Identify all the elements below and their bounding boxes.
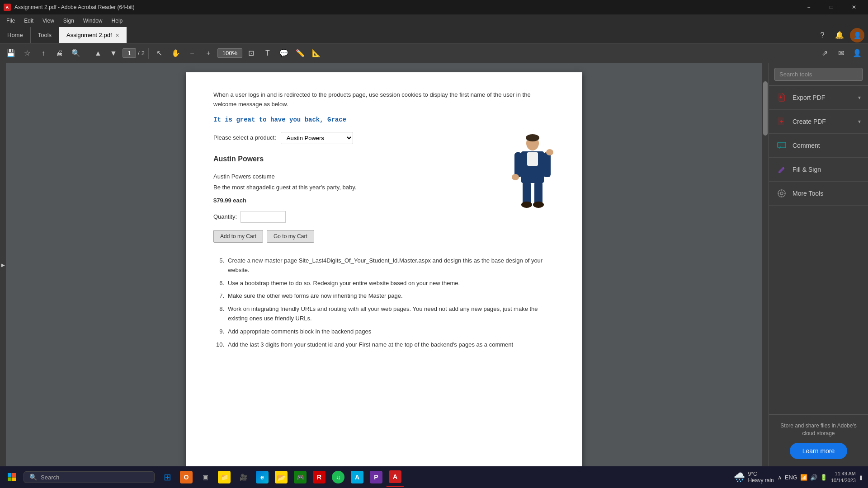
tab-active-document[interactable]: Assignment 2.pdf × <box>59 27 127 43</box>
spotify-app[interactable]: ♫ <box>329 467 347 487</box>
product-title: Austin Powers <box>213 153 555 165</box>
tab-home[interactable]: Home <box>0 27 31 43</box>
minimize-button[interactable]: − <box>798 0 819 14</box>
tab-close-button[interactable]: × <box>116 32 119 39</box>
clock-date: 10/14/2023 <box>831 477 856 484</box>
left-panel-collapse[interactable]: ▶ <box>0 63 6 466</box>
video-app[interactable]: 🎥 <box>234 467 252 487</box>
scrollbar-thumb[interactable] <box>763 81 768 136</box>
account-icon[interactable]: 👤 <box>850 46 864 61</box>
svg-point-7 <box>512 174 519 180</box>
sound-icon[interactable]: 🔊 <box>810 474 817 481</box>
start-button[interactable] <box>2 467 22 487</box>
menu-view[interactable]: View <box>38 16 59 26</box>
more-tools-icon <box>776 188 787 199</box>
comment-tool[interactable]: 💬 <box>277 46 291 61</box>
zoom-out-button[interactable]: − <box>185 46 199 61</box>
red-app[interactable]: R <box>310 467 328 487</box>
tab-tools[interactable]: Tools <box>31 27 59 43</box>
taskview-button[interactable]: ⊞ <box>158 467 176 487</box>
save-button[interactable]: 💾 <box>4 46 18 61</box>
edge-browser[interactable]: e <box>253 467 271 487</box>
zoom-in-button[interactable]: + <box>201 46 216 61</box>
expand-tray-icon[interactable]: ∧ <box>778 474 782 481</box>
svg-point-6 <box>546 149 553 155</box>
games-app[interactable]: 🎮 <box>291 467 309 487</box>
annotate-tool[interactable]: ✏️ <box>293 46 307 61</box>
taskbar-weather[interactable]: 🌧️ 9°C Heavy rain <box>734 471 774 483</box>
title-bar-controls[interactable]: − □ ✕ <box>798 0 864 14</box>
help-button[interactable]: ? <box>816 28 829 42</box>
show-desktop-icon[interactable]: ▮ <box>859 474 863 481</box>
next-page-button[interactable]: ▼ <box>106 46 121 61</box>
spotify-icon: ♫ <box>332 471 344 483</box>
menu-edit[interactable]: Edit <box>19 16 38 26</box>
taskbar-clock[interactable]: 11:49 AM 10/14/2023 <box>831 470 856 484</box>
panel-tool-fill-sign[interactable]: Fill & Sign <box>769 158 868 182</box>
svg-rect-3 <box>527 152 538 166</box>
close-button[interactable]: ✕ <box>844 0 864 14</box>
quantity-input[interactable] <box>241 211 286 223</box>
battery-icon[interactable]: 🔋 <box>820 474 827 481</box>
adobe-icon: A <box>389 470 401 483</box>
profile-button[interactable]: 👤 <box>850 28 864 42</box>
zoom-input[interactable] <box>217 48 242 58</box>
text-select-tool[interactable]: T <box>260 46 275 61</box>
blue-app[interactable]: A <box>348 467 366 487</box>
panel-tool-more-tools[interactable]: More Tools <box>769 182 868 206</box>
files-app[interactable]: 📁 <box>215 467 233 487</box>
costume-figure-svg <box>510 133 555 210</box>
panel-tool-create-pdf[interactable]: Create PDF ▾ <box>769 110 868 134</box>
menu-sign[interactable]: Sign <box>59 16 79 26</box>
list-item: 9. Add appropriate comments block in the… <box>213 327 555 337</box>
panel-tool-comment[interactable]: Comment <box>769 134 868 158</box>
taskbar-apps: ⊞ O ▣ 📁 🎥 e 📂 🎮 R <box>158 467 404 487</box>
panel-tool-create-left: Create PDF <box>776 116 826 127</box>
taskbar: 🔍 Search ⊞ O ▣ 📁 🎥 e 📂 <box>0 466 868 488</box>
go-to-cart-button[interactable]: Go to my Cart <box>267 230 314 243</box>
wifi-icon[interactable]: 📶 <box>800 474 807 481</box>
product-description-name: Austin Powers costume <box>213 172 555 182</box>
bookmark-button[interactable]: ☆ <box>20 46 34 61</box>
adobe-reader-app[interactable]: A <box>386 467 404 487</box>
files-app2[interactable]: 📂 <box>272 467 290 487</box>
page-number-input[interactable] <box>123 48 136 58</box>
taskbar-search-icon: 🔍 <box>29 474 37 481</box>
taskbar-search[interactable]: 🔍 Search <box>24 471 155 483</box>
markup-tool[interactable]: 📐 <box>309 46 324 61</box>
notification-button[interactable]: 🔔 <box>833 28 846 42</box>
menu-help[interactable]: Help <box>107 16 127 26</box>
menu-file[interactable]: File <box>2 16 19 26</box>
fit-page-button[interactable]: ⊡ <box>244 46 259 61</box>
orange-app[interactable]: O <box>177 467 195 487</box>
mail-icon[interactable]: ✉ <box>834 46 848 61</box>
restore-button[interactable]: □ <box>821 0 842 14</box>
panel-tool-export-pdf[interactable]: Export PDF ▾ <box>769 86 868 110</box>
cloud-promo-text: Store and share files in Adobe's cloud s… <box>776 422 861 437</box>
tab-right-actions: ? 🔔 👤 <box>816 27 868 43</box>
product-select-row: Please select a product: Austin Powers <box>213 132 555 144</box>
purple-app[interactable]: P <box>367 467 385 487</box>
product-select-dropdown[interactable]: Austin Powers <box>281 132 353 144</box>
quantity-row: Quantity: <box>213 211 555 223</box>
separator-1 <box>87 48 87 59</box>
share-icon[interactable]: ⇗ <box>817 46 832 61</box>
dark-app[interactable]: ▣ <box>196 467 214 487</box>
svg-rect-17 <box>8 473 12 477</box>
share-button[interactable]: ↑ <box>36 46 51 61</box>
learn-more-button[interactable]: Learn more <box>790 443 848 459</box>
lang-icon[interactable]: ENG <box>785 474 797 481</box>
app-icon: A <box>4 4 11 11</box>
find-button[interactable]: 🔍 <box>69 46 83 61</box>
prev-page-button[interactable]: ▲ <box>91 46 105 61</box>
cursor-tool[interactable]: ↖ <box>152 46 167 61</box>
menu-window[interactable]: Window <box>79 16 107 26</box>
search-tools-input[interactable] <box>774 68 863 81</box>
blue-app-icon: A <box>351 471 363 483</box>
games-icon: 🎮 <box>294 471 307 483</box>
add-to-cart-button[interactable]: Add to my Cart <box>213 230 263 243</box>
weather-icon: 🌧️ <box>734 472 745 483</box>
print-button[interactable]: 🖨 <box>52 46 67 61</box>
hand-tool[interactable]: ✋ <box>169 46 183 61</box>
fill-sign-icon <box>776 164 787 175</box>
